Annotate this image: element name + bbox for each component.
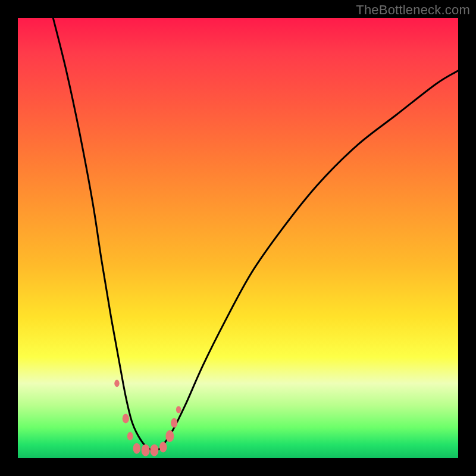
- curve-marker: [142, 444, 150, 456]
- bottleneck-curve: [53, 18, 458, 450]
- curve-svg: [18, 18, 458, 458]
- attribution-label: TheBottleneck.com: [356, 2, 470, 18]
- curve-marker: [127, 432, 133, 440]
- curve-marker: [114, 380, 119, 387]
- curve-marker: [165, 430, 174, 442]
- curve-marker: [133, 443, 141, 454]
- curve-marker: [123, 414, 129, 423]
- curve-marker: [159, 442, 167, 453]
- curve-marker: [171, 418, 177, 428]
- chart-area: [18, 18, 458, 458]
- curve-marker: [150, 444, 158, 456]
- curve-marker: [176, 406, 181, 414]
